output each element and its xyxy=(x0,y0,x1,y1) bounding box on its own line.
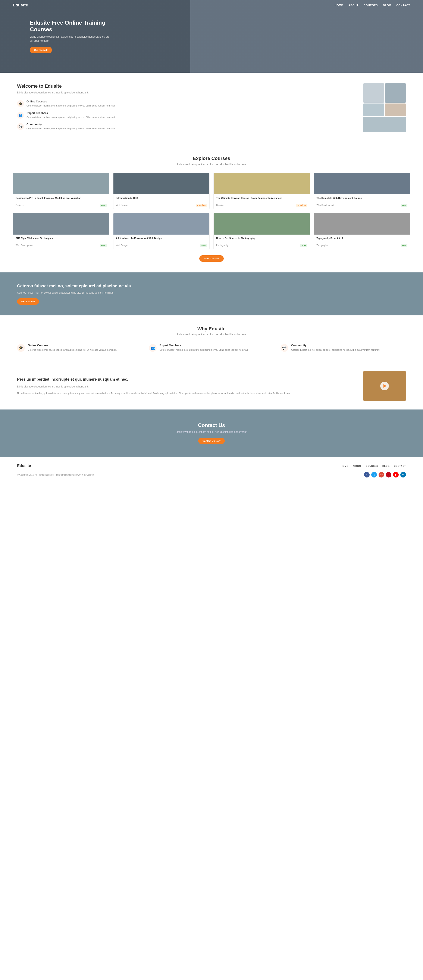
course-badge-7: Free xyxy=(401,244,407,247)
feature-title-2: Community xyxy=(27,123,116,126)
welcome-img-3 xyxy=(363,103,384,116)
play-button[interactable] xyxy=(380,382,389,390)
course-title-2: The Ultimate Drawing Course | From Begin… xyxy=(216,197,307,202)
cta-button[interactable]: Get Started! xyxy=(17,298,39,305)
nav-link-contact[interactable]: CONTACT xyxy=(396,4,410,7)
contact-title: Contact Us xyxy=(17,422,406,428)
course-category-4: Web Development xyxy=(16,244,33,247)
why-item-title-2: Community xyxy=(291,344,380,347)
nav-link-about[interactable]: ABOUT xyxy=(349,4,359,7)
course-thumb-img-4 xyxy=(13,213,109,235)
course-body-4: PHP Tips, Tricks, and Techniques Web Dev… xyxy=(13,235,109,249)
footer-link-about[interactable]: ABOUT xyxy=(353,465,361,467)
nav-links: HOMEABOUTCOURSESBLOGCONTACT xyxy=(335,4,410,7)
course-thumb-1 xyxy=(113,173,209,194)
welcome-img-5 xyxy=(363,117,406,132)
hero-content: Edusite Free Online Training Courses Lib… xyxy=(13,19,111,53)
course-card-4[interactable]: PHP Tips, Tricks, and Techniques Web Dev… xyxy=(13,213,109,249)
feature-item-0: 🎓 Online Courses Ceteros fuisset mei no,… xyxy=(17,100,355,108)
course-card-1[interactable]: Introduction to CSS Web Design Premium xyxy=(113,173,210,209)
nav-link-home[interactable]: HOME xyxy=(335,4,343,7)
social-icons: f t G+ P ▶ in xyxy=(364,472,406,477)
courses-subtitle: Libris vivendo eloquentiam ex ius, nec i… xyxy=(13,163,410,166)
why-text-2: Community Ceteros fuisset mei no, soleat… xyxy=(291,344,380,352)
course-meta-1: Web Design Premium xyxy=(116,204,207,207)
course-title-5: All You Need To Know About Web Design xyxy=(116,237,207,243)
footer-link-courses[interactable]: COURSES xyxy=(366,465,378,467)
video-thumbnail[interactable] xyxy=(363,371,406,401)
welcome-images xyxy=(363,83,406,132)
feature-title-0: Online Courses xyxy=(27,100,116,103)
welcome-inner: Welcome to Edusite Libris vivendo eloque… xyxy=(17,83,406,134)
course-badge-2: Premium xyxy=(296,204,307,207)
course-thumb-3 xyxy=(314,173,410,194)
why-item-1: 👥 Expert Teachers Ceteros fuisset mei no… xyxy=(149,344,274,352)
course-body-6: How to Get Started in Photography Photog… xyxy=(214,235,310,249)
footer-link-contact[interactable]: CONTACT xyxy=(394,465,406,467)
course-category-3: Web Development xyxy=(317,204,334,206)
course-badge-3: Free xyxy=(401,204,407,207)
course-grid: Beginner to Pro in Excel: Financial Mode… xyxy=(13,173,410,249)
course-card-2[interactable]: The Ultimate Drawing Course | From Begin… xyxy=(214,173,310,209)
cta-band: Ceteros fuisset mei no, soleat epicurei … xyxy=(0,272,423,315)
course-body-5: All You Need To Know About Web Design We… xyxy=(113,235,209,249)
course-body-7: Typography From A to Z Typography Free xyxy=(314,235,410,249)
course-meta-3: Web Development Free xyxy=(317,204,408,207)
why-title: Why Edusite xyxy=(17,326,406,332)
footer-links: HOMEABOUTCOURSESBLOGCONTACT xyxy=(341,465,406,467)
course-meta-2: Drawing Premium xyxy=(216,204,307,207)
hero-bg-image xyxy=(190,0,423,73)
why-icon-1: 👥 xyxy=(149,344,157,352)
course-thumb-img-7 xyxy=(314,213,410,235)
nav-link-blog[interactable]: BLOG xyxy=(383,4,391,7)
course-thumb-4 xyxy=(13,213,109,235)
why-item-desc-0: Ceteros fuisset mei no, soleat epicurei … xyxy=(28,348,117,352)
video-section: Persius imperdiet incorrupte et qui, mun… xyxy=(0,363,423,409)
contact-subtitle: Libris vivendo eloquentiam ex ius, nec i… xyxy=(17,430,406,433)
course-card-7[interactable]: Typography From A to Z Typography Free xyxy=(314,213,410,249)
nav-logo[interactable]: Edusite xyxy=(13,3,28,8)
twitter-icon[interactable]: t xyxy=(371,472,377,477)
course-title-6: How to Get Started in Photography xyxy=(216,237,307,243)
youtube-icon[interactable]: ▶ xyxy=(393,472,399,477)
course-card-0[interactable]: Beginner to Pro in Excel: Financial Mode… xyxy=(13,173,109,209)
course-card-5[interactable]: All You Need To Know About Web Design We… xyxy=(113,213,210,249)
feature-desc-2: Ceteros fuisset mei no, soleat epicurei … xyxy=(27,127,116,130)
course-thumb-6 xyxy=(214,213,310,235)
why-section: Why Edusite Libris vivendo eloquentiam e… xyxy=(0,315,423,363)
courses-title: Explore Courses xyxy=(13,156,410,161)
hero-cta-button[interactable]: Get Started! xyxy=(30,47,52,53)
why-icon-0: 🎓 xyxy=(17,344,25,352)
facebook-icon[interactable]: f xyxy=(364,472,369,477)
course-thumb-7 xyxy=(314,213,410,235)
why-item-2: 💬 Community Ceteros fuisset mei no, sole… xyxy=(280,344,406,352)
googleplus-icon[interactable]: G+ xyxy=(379,472,384,477)
video-subtitle: Libris vivendo eloquentiam ex ius, nec i… xyxy=(17,385,355,389)
online-courses-icon: 🎓 xyxy=(17,100,24,107)
course-card-6[interactable]: How to Get Started in Photography Photog… xyxy=(214,213,310,249)
hero-subtitle: Libris vivendo eloquentiam ex ius, nec i… xyxy=(30,35,111,43)
pinterest-icon[interactable]: P xyxy=(386,472,391,477)
welcome-section: Welcome to Edusite Libris vivendo eloque… xyxy=(0,73,423,145)
nav-link-courses[interactable]: COURSES xyxy=(364,4,378,7)
feature-title-1: Expert Teachers xyxy=(27,111,116,115)
course-thumb-img-6 xyxy=(214,213,310,235)
contact-cta-button[interactable]: Contact Us Now xyxy=(198,438,225,444)
hero-title: Edusite Free Online Training Courses xyxy=(30,19,111,33)
footer-bottom: © Copyright 2016. All Rights Reserved. |… xyxy=(17,472,406,477)
footer-link-blog[interactable]: BLOG xyxy=(382,465,390,467)
welcome-subtitle: Libris vivendo eloquentiam ex ius, nec i… xyxy=(17,91,355,95)
why-subtitle: Libris vivendo eloquentiam ex ius, nec i… xyxy=(17,333,406,336)
video-right xyxy=(363,371,406,401)
course-thumb-img-3 xyxy=(314,173,410,194)
course-body-1: Introduction to CSS Web Design Premium xyxy=(113,194,209,209)
course-thumb-img-2 xyxy=(214,173,310,194)
cta-title: Ceteros fuisset mei no, soleat epicurei … xyxy=(17,283,406,289)
more-courses-wrap: More Courses xyxy=(13,255,410,262)
course-category-5: Web Design xyxy=(116,244,128,247)
course-card-3[interactable]: The Complete Web Development Course Web … xyxy=(314,173,410,209)
linkedin-icon[interactable]: in xyxy=(400,472,406,477)
footer-link-home[interactable]: HOME xyxy=(341,465,348,467)
more-courses-button[interactable]: More Courses xyxy=(199,255,223,262)
welcome-img-2 xyxy=(385,83,406,103)
